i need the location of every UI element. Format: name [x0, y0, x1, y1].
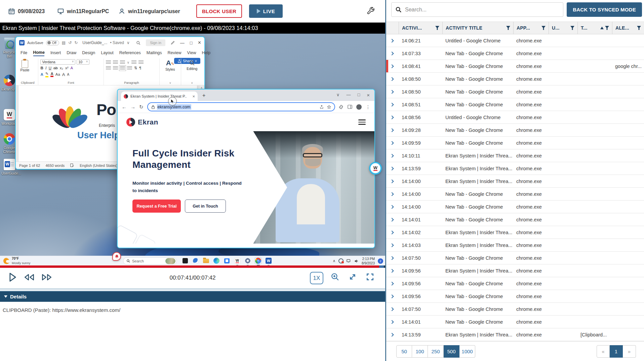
- list-buttons[interactable]: ∨: [106, 61, 157, 64]
- minimize-icon[interactable]: —: [180, 40, 185, 45]
- row-expand-chevron[interactable]: [386, 34, 399, 47]
- word-menu-layout[interactable]: Layout: [101, 50, 114, 55]
- table-row[interactable]: 14:09:59New Tab - Google Chromechrome.ex…: [386, 137, 644, 149]
- table-row[interactable]: 14:07:50New Tab - Google Chromechrome.ex…: [386, 252, 644, 264]
- table-row[interactable]: 14:10:11Ekran System | Insider Threa...c…: [386, 149, 644, 162]
- word-sign-in-button[interactable]: Sign in: [146, 39, 165, 46]
- kebab-menu-icon[interactable]: ⋮: [366, 104, 370, 110]
- session-video-frame[interactable]: Recycle Bin EkranSyste... W Workplace Go…: [0, 34, 385, 265]
- fullscreen-button[interactable]: [366, 273, 374, 281]
- taskbar-search-box[interactable]: Search: [123, 257, 177, 265]
- row-expand-chevron[interactable]: [386, 188, 399, 200]
- header-activity-time[interactable]: ACTIVI...: [399, 22, 442, 34]
- row-expand-chevron[interactable]: [386, 328, 399, 341]
- header-url[interactable]: U...: [549, 22, 577, 34]
- word-taskbar-icon[interactable]: W: [265, 257, 272, 264]
- font-size-select[interactable]: 10∨: [77, 59, 89, 65]
- undo-icon[interactable]: ↺: [68, 40, 72, 45]
- row-expand-chevron[interactable]: [386, 226, 399, 239]
- extensions-puzzle-icon[interactable]: [339, 105, 344, 109]
- row-expand-chevron[interactable]: [386, 137, 399, 149]
- playback-speed-button[interactable]: 1X: [310, 272, 323, 284]
- header-application[interactable]: APP...: [513, 22, 549, 34]
- notification-count-badge[interactable]: 2: [378, 258, 383, 264]
- filter-funnel-icon[interactable]: [541, 26, 546, 30]
- row-expand-chevron[interactable]: [386, 252, 399, 264]
- styles-icon[interactable]: A✎: [162, 59, 178, 66]
- pager-prev-button[interactable]: «: [597, 345, 610, 358]
- filter-funnel-icon[interactable]: [605, 26, 609, 30]
- edge-icon[interactable]: [213, 257, 220, 264]
- reload-icon[interactable]: ↻: [139, 104, 144, 110]
- taskbar-weather-widget[interactable]: 70°F Mostly sunny: [3, 257, 30, 265]
- maximize-icon[interactable]: □: [190, 40, 193, 45]
- close-icon[interactable]: ×: [198, 40, 201, 46]
- back-to-synced-mode-button[interactable]: BACK TO SYNCED MODE: [567, 2, 642, 17]
- row-expand-chevron[interactable]: [386, 47, 399, 60]
- resize-button[interactable]: [348, 273, 357, 281]
- taskbar-clock[interactable]: 2:13 PM 8/9/2023: [362, 257, 375, 265]
- row-expand-chevron[interactable]: [386, 316, 399, 328]
- word-menu-file[interactable]: File: [21, 50, 27, 55]
- word-menu-design[interactable]: Design: [82, 50, 95, 55]
- chrome-window[interactable]: Ekran System | Insider Threat P... × + ∨…: [117, 89, 375, 248]
- settings-wrench-button[interactable]: [366, 6, 376, 16]
- word-menu-insert[interactable]: Insert: [50, 50, 61, 55]
- table-row[interactable]: 14:08:56Untitled - Google Chromechrome.e…: [386, 111, 644, 124]
- table-row[interactable]: 14:14:02Ekran System | Insider Threa...c…: [386, 226, 644, 239]
- font-format-buttons[interactable]: BIUabx₂x²A: [40, 66, 101, 70]
- row-expand-chevron[interactable]: [386, 85, 399, 98]
- header-alerts[interactable]: ALE...: [612, 22, 644, 34]
- word-search-icon[interactable]: [136, 41, 140, 45]
- side-panel-icon[interactable]: [348, 105, 352, 109]
- word-menu-home[interactable]: Home: [33, 50, 45, 56]
- row-expand-chevron[interactable]: [386, 73, 399, 85]
- table-row[interactable]: 14:08:41New Tab - Google Chromechrome.ex…: [386, 60, 644, 73]
- page-size-50-button[interactable]: 50: [396, 345, 412, 358]
- page-size-1000-button[interactable]: 1000: [459, 345, 475, 358]
- chrome-menu-chevron-icon[interactable]: ∨: [336, 92, 340, 98]
- minimize-icon[interactable]: —: [346, 92, 351, 98]
- row-expand-chevron[interactable]: [386, 201, 399, 213]
- filter-funnel-icon[interactable]: [570, 26, 574, 30]
- workplace-taskbar-icon[interactable]: W: [234, 257, 241, 264]
- save-icon[interactable]: ▤: [62, 40, 66, 45]
- tab-close-icon[interactable]: ×: [192, 94, 195, 99]
- row-expand-chevron[interactable]: [386, 264, 399, 277]
- row-expand-chevron[interactable]: [386, 239, 399, 251]
- font-name-select[interactable]: Verdana∨: [40, 59, 75, 65]
- table-row[interactable]: 14:14:00New Tab - Google Chromechrome.ex…: [386, 201, 644, 213]
- new-tab-button[interactable]: +: [202, 93, 205, 99]
- table-row[interactable]: 14:07:33New Tab - Google Chromechrome.ex…: [386, 47, 644, 60]
- table-row[interactable]: 14:14:00New Tab - Google Chromechrome.ex…: [386, 188, 644, 201]
- row-expand-chevron[interactable]: [386, 290, 399, 302]
- pager-next-button[interactable]: »: [623, 345, 636, 358]
- table-row[interactable]: 14:14:01New Tab - Google Chromechrome.ex…: [386, 213, 644, 226]
- live-button[interactable]: LIVE: [249, 4, 283, 18]
- chrome-taskbar-icon[interactable]: [254, 257, 262, 264]
- header-text[interactable]: T...: [577, 22, 612, 34]
- progress-scrub-handle[interactable]: [379, 265, 384, 268]
- settings-gear-icon[interactable]: [244, 257, 251, 264]
- tray-monitor-icon[interactable]: [347, 259, 351, 263]
- playback-progress-bar[interactable]: [0, 265, 385, 268]
- word-language[interactable]: English (United States): [80, 164, 118, 168]
- header-activity-title[interactable]: ACTIVITY TITLE: [442, 22, 513, 34]
- bookmark-star-icon[interactable]: [327, 105, 331, 109]
- filter-funnel-icon[interactable]: [637, 26, 641, 30]
- store-icon[interactable]: [223, 257, 231, 264]
- font-color-buttons[interactable]: A ✎ A AaAA: [40, 71, 101, 77]
- table-row[interactable]: 14:09:56New Tab - Google Chromechrome.ex…: [386, 290, 644, 303]
- row-expand-chevron[interactable]: [386, 277, 399, 290]
- table-row[interactable]: 14:06:21Untitled - Google Chromechrome.e…: [386, 34, 644, 47]
- details-header[interactable]: Details: [0, 291, 385, 302]
- word-menu-view[interactable]: View: [187, 50, 196, 55]
- word-menu-draw[interactable]: Draw: [67, 50, 76, 55]
- table-row[interactable]: 14:14:01New Tab - Google Chromechrome.ex…: [386, 316, 644, 328]
- row-expand-chevron[interactable]: [386, 98, 399, 111]
- table-row[interactable]: 14:14:00Ekran System | Insider Threa...c…: [386, 175, 644, 188]
- table-row[interactable]: 14:08:50New Tab - Google Chromechrome.ex…: [386, 85, 644, 98]
- table-row[interactable]: 14:13:59Ekran System | Insider Threa...c…: [386, 162, 644, 175]
- table-row[interactable]: 14:09:56New Tab - Google Chromechrome.ex…: [386, 277, 644, 290]
- align-buttons[interactable]: ⇅¶: [106, 66, 157, 70]
